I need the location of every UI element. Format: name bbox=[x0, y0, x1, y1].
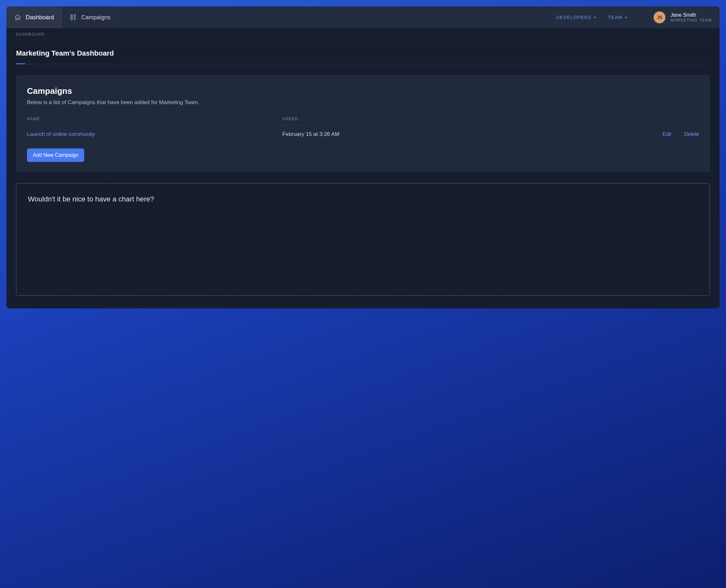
campaign-added: February 15 at 3:26 AM bbox=[282, 131, 551, 138]
chart-placeholder: Wouldn't it be nice to have a chart here… bbox=[16, 183, 710, 296]
topbar: Dashboard Campaigns DEVELOPERS ▾ bbox=[6, 6, 720, 28]
content: Marketing Team's Dashboard Campaigns Bel… bbox=[6, 40, 720, 309]
user-meta: Jane Smith MARKETING TEAM bbox=[670, 12, 712, 22]
col-header-added: Added bbox=[282, 117, 551, 121]
avatar: JS bbox=[653, 11, 666, 24]
house-icon bbox=[14, 14, 21, 21]
nav-tabs: Dashboard Campaigns bbox=[6, 6, 119, 28]
table-row: Launch of online community February 15 a… bbox=[27, 125, 699, 143]
page-title: Marketing Team's Dashboard bbox=[16, 49, 710, 64]
edit-link[interactable]: Edit bbox=[662, 131, 671, 137]
user-team: MARKETING TEAM bbox=[670, 18, 712, 22]
campaigns-card: Campaigns Below is a list of Campaigns t… bbox=[16, 75, 710, 172]
ruler-pencil-icon bbox=[70, 14, 77, 21]
avatar-initials: JS bbox=[657, 15, 662, 20]
breadcrumb-text: DASHBOARD bbox=[16, 32, 45, 37]
chevron-down-icon: ▾ bbox=[625, 16, 628, 20]
top-link-developers[interactable]: DEVELOPERS ▾ bbox=[556, 15, 596, 20]
top-links: DEVELOPERS ▾ TEAM ▾ JS Jane Smith MARKET… bbox=[556, 6, 712, 28]
user-name: Jane Smith bbox=[670, 12, 712, 18]
add-campaign-button[interactable]: Add New Campaign bbox=[27, 148, 84, 162]
nav-tab-campaigns[interactable]: Campaigns bbox=[62, 6, 119, 28]
breadcrumb: DASHBOARD bbox=[6, 28, 720, 40]
user-menu[interactable]: JS Jane Smith MARKETING TEAM bbox=[653, 11, 712, 24]
app-shell: Dashboard Campaigns DEVELOPERS ▾ bbox=[6, 6, 720, 309]
nav-tab-dashboard[interactable]: Dashboard bbox=[6, 6, 62, 28]
chevron-down-icon: ▾ bbox=[594, 16, 597, 20]
table-header: Name Added bbox=[27, 113, 699, 125]
campaigns-table: Name Added Launch of online community Fe… bbox=[27, 113, 699, 143]
top-link-label: TEAM bbox=[608, 15, 623, 20]
campaign-name-link[interactable]: Launch of online community bbox=[27, 131, 95, 137]
card-title: Campaigns bbox=[27, 86, 699, 96]
delete-link[interactable]: Delete bbox=[684, 131, 699, 137]
col-header-actions bbox=[551, 117, 699, 121]
placeholder-text: Wouldn't it be nice to have a chart here… bbox=[28, 195, 698, 203]
spacer bbox=[119, 6, 556, 28]
top-link-team[interactable]: TEAM ▾ bbox=[608, 15, 627, 20]
col-header-name: Name bbox=[27, 117, 282, 121]
nav-tab-label: Campaigns bbox=[81, 14, 110, 21]
card-subtitle: Below is a list of Campaigns that have b… bbox=[27, 99, 699, 106]
svg-rect-0 bbox=[71, 15, 72, 20]
nav-tab-label: Dashboard bbox=[26, 14, 54, 21]
top-link-label: DEVELOPERS bbox=[556, 15, 592, 20]
